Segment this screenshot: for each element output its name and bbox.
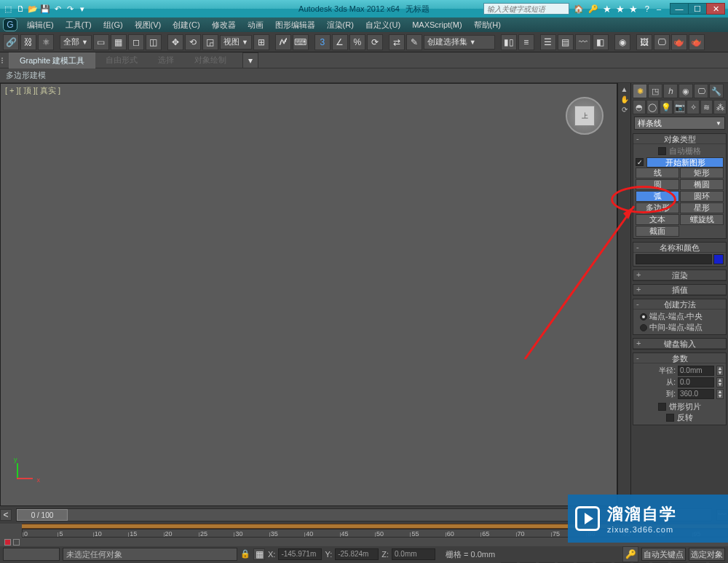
open-icon[interactable]: 📂 (28, 4, 38, 14)
lock-anim-icon[interactable]: 🔑 (622, 546, 638, 562)
subcategory-dropdown[interactable]: 样条线▼ (634, 117, 725, 130)
coord-z[interactable]: 0.0mm (392, 548, 435, 560)
menu-anim[interactable]: 动画 (242, 20, 269, 31)
close-button[interactable]: ✕ (706, 3, 725, 15)
script-rec-icon[interactable] (4, 539, 11, 546)
fav-icon[interactable]: ★ (603, 4, 612, 14)
selset-anim[interactable]: 选定对象 (691, 549, 723, 560)
hierarchy-tab-icon[interactable]: ℎ (663, 84, 678, 98)
fav-icon[interactable]: ★ (616, 4, 625, 14)
objtype-圆环[interactable]: 圆环 (680, 191, 724, 202)
select-rect-icon[interactable]: ◻ (128, 34, 144, 50)
tab-freeform[interactable]: 自由形式 (95, 52, 148, 68)
ref-coord-dropdown[interactable]: 视图▼ (220, 35, 252, 50)
ribbon-handle-icon[interactable] (0, 55, 9, 66)
menu-maxscript[interactable]: MAXScript(M) (407, 20, 467, 29)
viewport-top[interactable]: [ + ][ 顶 ][ 真实 ] 上 yx (0, 83, 617, 506)
time-thumb[interactable]: 0 / 100 (17, 509, 68, 521)
objtype-弧[interactable]: 弧 (636, 191, 679, 202)
track-toggle-icon[interactable]: < (0, 509, 12, 521)
move-icon[interactable]: ✥ (167, 34, 183, 50)
render-prod-icon[interactable]: 🫖 (689, 34, 705, 50)
rollout-render[interactable]: +渲染 (633, 269, 727, 281)
edit-icon[interactable]: ✎ (406, 34, 422, 50)
tab-paint[interactable]: 对象绘制 (184, 52, 237, 68)
menu-group[interactable]: 组(G) (98, 20, 128, 31)
rollout-kb-input[interactable]: +键盘输入 (633, 338, 727, 350)
menu-grapheditor[interactable]: 图形编辑器 (270, 20, 320, 31)
display-tab-icon[interactable]: 🖵 (694, 84, 708, 98)
create-tab-icon[interactable]: ✺ (633, 84, 647, 98)
curve-editor-icon[interactable]: 〰 (575, 34, 591, 50)
menu-view[interactable]: 视图(V) (130, 20, 167, 31)
objtype-椭圆[interactable]: 椭圆 (680, 179, 724, 190)
objtype-星形[interactable]: 星形 (680, 202, 724, 213)
snap3-icon[interactable]: 3 (314, 34, 331, 50)
schematic-icon[interactable]: ◧ (593, 34, 609, 50)
select-name-icon[interactable]: ▦ (111, 34, 127, 50)
exchange-icon[interactable]: 🔑 (588, 4, 598, 14)
menu-edit[interactable]: 编辑(E) (22, 20, 59, 31)
shapes-subtab-icon[interactable]: ◯ (646, 100, 660, 114)
pie-checkbox[interactable] (658, 403, 666, 411)
objtype-截面[interactable]: 截面 (636, 226, 679, 237)
unlink-icon[interactable]: ⛓ (20, 34, 36, 50)
fav-icon[interactable]: ★ (629, 4, 638, 14)
nav-orbit-icon[interactable]: ⟳ (622, 106, 628, 114)
tab-graphite[interactable]: Graphite 建模工具 (9, 52, 95, 68)
layers-icon[interactable]: ☰ (540, 34, 556, 50)
reverse-checkbox[interactable] (666, 414, 674, 422)
menu-modifier[interactable]: 修改器 (207, 20, 241, 31)
script-box-icon[interactable] (13, 539, 20, 546)
viewport-label[interactable]: [ + ][ 顶 ][ 真实 ] (5, 85, 60, 96)
objtype-文本[interactable]: 文本 (636, 214, 679, 225)
nav-arrow-icon[interactable]: ▲ (621, 85, 628, 93)
pctsnap-icon[interactable]: % (349, 34, 365, 50)
objtype-螺旋线[interactable]: 螺旋线 (680, 214, 724, 225)
save-icon[interactable]: 💾 (40, 4, 50, 14)
coord-x[interactable]: -145.971m (278, 548, 322, 560)
help-icon[interactable]: ? (642, 4, 652, 14)
startshape-checkbox[interactable]: ✓ (636, 158, 644, 166)
radio-cee[interactable] (640, 324, 647, 331)
redo-icon[interactable]: ↷ (65, 4, 75, 14)
radius-spinner[interactable]: 0.0mm (678, 366, 714, 376)
spacewarp-subtab-icon[interactable]: ≋ (700, 100, 713, 114)
abs-rel-icon[interactable]: ▦ (253, 548, 265, 560)
link-icon[interactable]: 🔗 (3, 34, 19, 50)
tab-select[interactable]: 选择 (148, 52, 184, 68)
lock-icon[interactable]: 🔒 (240, 549, 250, 559)
select-window-icon[interactable]: ◫ (146, 34, 162, 50)
dropdown-icon[interactable]: ▾ (77, 4, 87, 14)
utilities-tab-icon[interactable]: 🔧 (709, 84, 724, 98)
menu-tools[interactable]: 工具(T) (60, 20, 97, 31)
constrain-icon[interactable]: ⇄ (389, 34, 405, 50)
select-icon[interactable]: ▭ (93, 34, 109, 50)
ribbon-icon[interactable]: ▤ (558, 34, 574, 50)
to-spinner[interactable]: 360.0 (678, 389, 714, 399)
radio-eec[interactable] (640, 313, 647, 320)
menu-customize[interactable]: 自定义(U) (360, 20, 405, 31)
infocenter-icon[interactable]: 🏠 (574, 4, 584, 14)
helpers-subtab-icon[interactable]: ✧ (687, 100, 700, 114)
product-icon[interactable]: G (3, 18, 17, 31)
macro-block[interactable] (3, 548, 60, 561)
help-search-input[interactable] (483, 3, 569, 15)
align-icon[interactable]: ≡ (518, 34, 534, 50)
material-icon[interactable]: ◉ (614, 34, 630, 50)
object-name-input[interactable] (636, 254, 712, 264)
new-icon[interactable]: 🗋 (15, 4, 25, 14)
startshape-button[interactable]: 开始新图形 (646, 157, 724, 168)
geom-subtab-icon[interactable]: ◓ (633, 100, 646, 114)
maximize-button[interactable]: ☐ (688, 3, 707, 15)
kbd-icon[interactable]: ⌨ (293, 34, 309, 50)
systems-subtab-icon[interactable]: ⁂ (713, 100, 727, 114)
mirror-icon[interactable]: ▮▯ (501, 34, 517, 50)
cameras-subtab-icon[interactable]: 📷 (673, 100, 687, 114)
autogrid-checkbox[interactable] (658, 147, 666, 155)
undo-icon[interactable]: ↶ (52, 4, 63, 14)
render-icon[interactable]: 🫖 (671, 34, 687, 50)
anglesnap-icon[interactable]: ∠ (332, 34, 348, 50)
manip-icon[interactable]: 🗲 (275, 34, 291, 50)
viewcube[interactable]: 上 (566, 97, 604, 135)
